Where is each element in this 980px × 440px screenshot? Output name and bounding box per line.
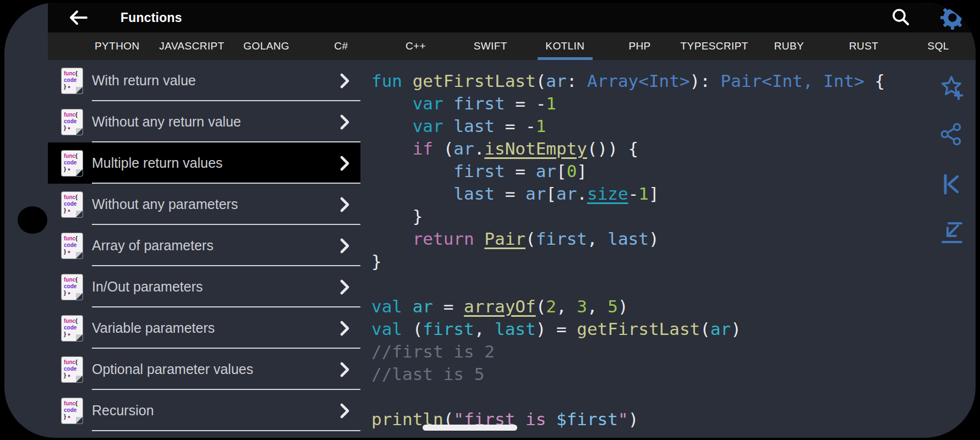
code-line: } (371, 205, 972, 228)
code-line: //last is 5 (371, 363, 972, 386)
tab-typescript[interactable]: TYPESCRIPT (677, 32, 752, 60)
page-title: Functions (121, 10, 182, 25)
function-doc-icon: func{code} ● (62, 68, 83, 94)
camera-cutout (18, 206, 47, 234)
phone-frame: Functions (4, 3, 976, 438)
code-line: fun getFirstLast(ar: Array<Int>): Pair<I… (371, 70, 972, 92)
topic-label: In/Out parameters (92, 279, 202, 295)
chevron-right-icon (337, 238, 352, 254)
function-doc-icon: func{code} ● (62, 274, 83, 300)
topic-item-in-out-parameters[interactable]: func{code} ●In/Out parameters (48, 266, 360, 307)
add-favorite-star-icon (939, 75, 964, 100)
chevron-right-icon (337, 196, 352, 213)
code-line: var last = -1 (371, 115, 972, 138)
list-divider (92, 430, 360, 431)
skip-to-start-icon (939, 172, 964, 197)
back-arrow-icon (68, 9, 89, 26)
chevron-right-icon (337, 73, 352, 89)
skip-to-start-button[interactable] (939, 172, 964, 197)
chevron-right-icon (337, 114, 352, 130)
tab-label: GOLANG (243, 40, 289, 52)
topic-label: Without any return value (92, 114, 241, 130)
topic-item-with-return-value[interactable]: func{code} ●With return value (48, 60, 360, 101)
code-line: if (ar.isNotEmpty()) { (371, 138, 972, 160)
chevron-right-icon (337, 361, 352, 378)
code-line: //first is 2 (371, 340, 972, 363)
share-button[interactable] (939, 122, 964, 147)
settings-button[interactable] (940, 6, 965, 30)
tab-label: C++ (406, 40, 426, 52)
topic-label: With return value (92, 73, 196, 89)
tab-c-[interactable]: C++ (379, 32, 453, 60)
tab-label: TYPESCRIPT (681, 40, 748, 52)
topic-item-optional-parameter-values[interactable]: func{code} ●Optional parameter values (48, 349, 360, 390)
function-doc-icon: func{code} ● (62, 192, 83, 217)
tab-rust[interactable]: RUST (826, 32, 901, 60)
function-doc-icon: func{code} ● (62, 357, 83, 382)
language-tab-bar: PYTHONJAVASCRIPTGOLANGC#C++SWIFTKOTLINPH… (48, 32, 976, 60)
tab-label: SWIFT (474, 40, 507, 52)
search-icon (890, 7, 911, 28)
topic-item-recursion[interactable]: func{code} ●Recursion (48, 390, 360, 431)
topic-label: Variable parameters (92, 320, 215, 336)
chevron-right-icon (337, 155, 352, 172)
topic-item-array-of-parameters[interactable]: func{code} ●Array of parameters (48, 225, 360, 266)
share-icon (939, 122, 964, 147)
tab-c-[interactable]: C# (304, 32, 379, 60)
tab-ruby[interactable]: RUBY (752, 32, 826, 60)
search-button[interactable] (889, 6, 913, 30)
code-line: val ar = arrayOf(2, 3, 5) (371, 295, 972, 318)
code-line: var first = -1 (371, 92, 972, 115)
code-line: first = ar[0] (371, 160, 972, 183)
code-line (371, 273, 972, 295)
function-doc-icon: func{code} ● (62, 316, 83, 341)
topic-label: Without any parameters (92, 196, 238, 212)
function-doc-icon: func{code} ● (62, 151, 83, 176)
function-doc-icon: func{code} ● (62, 233, 83, 258)
topic-label: Recursion (92, 403, 154, 419)
home-indicator[interactable] (423, 425, 517, 431)
tab-golang[interactable]: GOLANG (229, 32, 304, 60)
topic-item-without-any-parameters[interactable]: func{code} ●Without any parameters (48, 184, 360, 225)
tab-sql[interactable]: SQL (901, 32, 976, 60)
topic-item-variable-parameters[interactable]: func{code} ●Variable parameters (48, 307, 360, 349)
topic-label: Array of parameters (92, 238, 213, 254)
tab-label: SQL (928, 40, 949, 52)
tab-swift[interactable]: SWIFT (453, 32, 528, 60)
tab-kotlin[interactable]: KOTLIN (528, 32, 603, 60)
topic-item-multiple-return-values[interactable]: func{code} ●Multiple return values (48, 142, 360, 184)
code-line (371, 386, 972, 408)
tab-label: RUST (849, 40, 878, 52)
topics-list: func{code} ●With return value func{code}… (48, 60, 360, 438)
topic-label: Multiple return values (92, 155, 223, 171)
scroll-to-end-icon (939, 220, 964, 245)
chevron-right-icon (337, 403, 352, 419)
code-line: return Pair(first, last) (371, 228, 972, 250)
code-block[interactable]: fun getFirstLast(ar: Array<Int>): Pair<I… (371, 60, 972, 432)
tab-javascript[interactable]: JAVASCRIPT (155, 32, 229, 60)
top-app-bar: Functions (48, 3, 976, 32)
function-doc-icon: func{code} ● (62, 398, 83, 424)
code-line: val (first, last) = getFirstLast(ar) (371, 318, 972, 340)
tab-label: C# (334, 40, 348, 52)
code-line: } (371, 250, 972, 273)
back-button[interactable] (68, 9, 89, 26)
tab-python[interactable]: PYTHON (80, 32, 155, 60)
add-favorite-button[interactable] (939, 75, 964, 100)
tab-label: RUBY (774, 40, 804, 52)
code-line: last = ar[ar.size-1] (371, 183, 972, 205)
tab-label: JAVASCRIPT (159, 40, 224, 52)
topic-item-without-any-return-value[interactable]: func{code} ●Without any return value (48, 101, 360, 142)
tab-label: KOTLIN (545, 40, 584, 52)
tab-label: PYTHON (95, 40, 140, 52)
topic-label: Optional parameter values (92, 361, 253, 377)
chevron-right-icon (337, 320, 352, 337)
chevron-right-icon (337, 279, 352, 295)
settings-gear-icon (940, 6, 965, 30)
tab-label: PHP (628, 40, 650, 52)
scroll-to-end-button[interactable] (939, 220, 964, 245)
tab-php[interactable]: PHP (603, 32, 677, 60)
function-doc-icon: func{code} ● (62, 109, 83, 135)
